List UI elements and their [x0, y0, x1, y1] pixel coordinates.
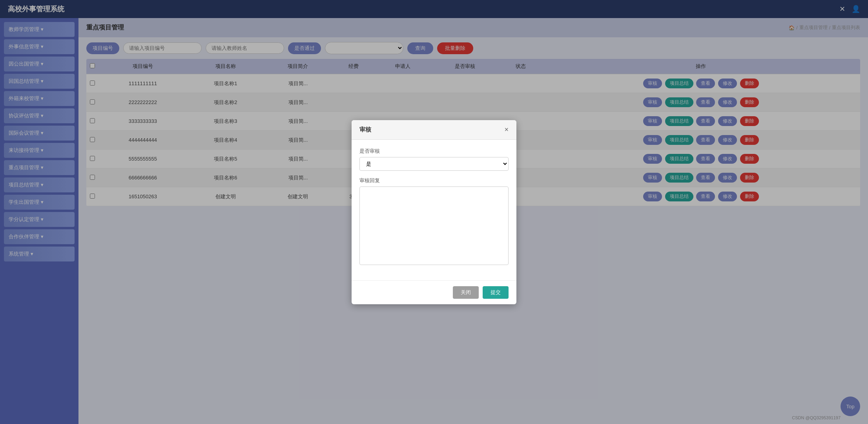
reply-textarea[interactable]	[359, 186, 509, 265]
modal-close-button[interactable]: ×	[504, 126, 509, 134]
modal-overlay: 审核 × 是否审核 是 否 审核回复 关闭 提交	[0, 0, 868, 424]
is-audit-select[interactable]: 是 否	[359, 157, 509, 171]
reply-label: 审核回复	[359, 177, 509, 184]
audit-modal: 审核 × 是否审核 是 否 审核回复 关闭 提交	[352, 120, 516, 304]
is-audit-group: 是否审核 是 否	[359, 148, 509, 171]
reply-group: 审核回复	[359, 177, 509, 266]
modal-footer: 关闭 提交	[352, 280, 516, 304]
modal-submit-button[interactable]: 提交	[483, 286, 509, 299]
modal-header: 审核 ×	[352, 120, 516, 140]
modal-body: 是否审核 是 否 审核回复	[352, 140, 516, 280]
modal-close-action-button[interactable]: 关闭	[453, 286, 479, 299]
is-audit-label: 是否审核	[359, 148, 509, 155]
modal-title: 审核	[359, 126, 371, 133]
